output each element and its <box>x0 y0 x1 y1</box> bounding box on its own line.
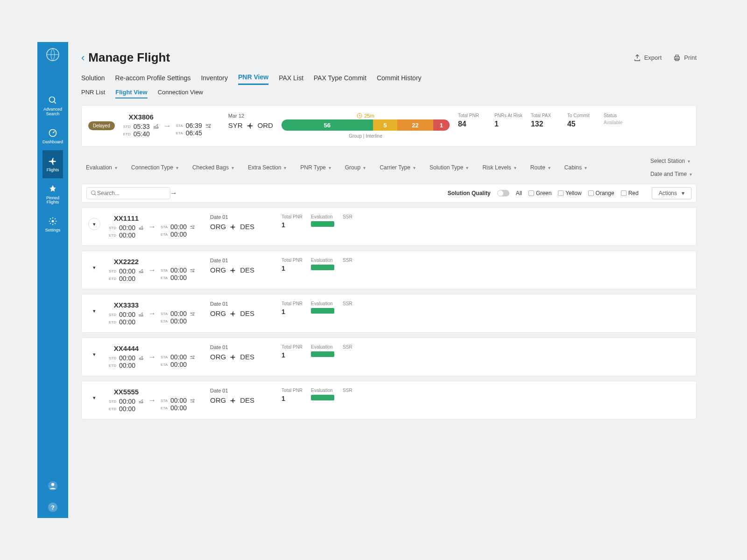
arrow-icon: → <box>148 266 156 274</box>
sidebar-item-dashboard[interactable]: Dashboard <box>42 122 63 150</box>
expand-button[interactable]: ▾ <box>88 392 100 404</box>
subtab-flight-view[interactable]: Flight View <box>115 89 147 98</box>
sidebar-item-search[interactable]: AdvancedSearch <box>42 90 63 122</box>
filter-connection-type[interactable]: Connection Type▾ <box>128 156 181 179</box>
departure-icon <box>138 355 144 361</box>
tab-pnr-view[interactable]: PNR View <box>238 73 268 85</box>
chevron-down-icon: ▾ <box>115 165 117 170</box>
row-flight-number: XX3333 <box>109 301 144 309</box>
tab-pax-list[interactable]: PAX List <box>279 74 303 84</box>
delay-badge: 25m <box>357 113 374 119</box>
filter-checked-bags[interactable]: Checked Bags▾ <box>190 156 237 179</box>
user-icon[interactable] <box>47 480 59 492</box>
arrow-icon: → <box>148 223 156 231</box>
export-icon <box>633 54 641 62</box>
page-title: Manage Flight <box>88 50 170 65</box>
gear-icon <box>48 216 58 226</box>
arrow-icon: → <box>148 396 156 405</box>
print-button[interactable]: Print <box>673 54 697 62</box>
row-flight-number: XX5555 <box>109 388 144 396</box>
sidebar: AdvancedSearchDashboardFlightsPinnedFlig… <box>37 42 68 518</box>
departure-icon <box>138 225 144 231</box>
plane-icon <box>230 267 236 273</box>
sidebar-item-gear[interactable]: Settings <box>42 210 63 238</box>
filter-cabins[interactable]: Cabins▾ <box>562 156 590 179</box>
row-total-pnr: 1 <box>282 395 303 402</box>
row-flight-number: XX2222 <box>109 258 144 266</box>
row-flight-number: XX4444 <box>109 344 144 352</box>
chevron-down-icon: ▾ <box>585 165 587 170</box>
row-total-pnr: 1 <box>282 308 303 315</box>
subtab-connection-view[interactable]: Connection View <box>158 89 203 98</box>
filter-route[interactable]: Route▾ <box>528 156 553 179</box>
flight-row: ▾ XX5555 STD00:00 ETD00:00 → STA00:00 ET… <box>81 381 697 420</box>
tab-inventory[interactable]: Inventory <box>201 74 228 84</box>
total-pax: 132 <box>531 120 543 128</box>
flight-status: Available <box>604 120 622 125</box>
tab-commit-history[interactable]: Commit History <box>377 74 422 84</box>
departure-icon <box>153 123 159 130</box>
flight-row: ▾ XX3333 STD00:00 ETD00:00 → STA00:00 ET… <box>81 294 697 333</box>
sidebar-item-plane[interactable]: Flights <box>42 150 63 178</box>
status-badge: Delayed <box>88 121 115 130</box>
filter-pnr-type[interactable]: PNR Type▾ <box>297 156 333 179</box>
filter-group[interactable]: Group▾ <box>342 156 368 179</box>
flight-row: ▾ XX2222 STD00:00 ETD00:00 → STA00:00 ET… <box>81 251 697 289</box>
quality-checkbox-yellow[interactable]: Yellow <box>558 190 581 196</box>
chevron-down-icon: ▾ <box>176 165 178 170</box>
evaluation-bar <box>311 351 334 357</box>
tab-re-accom-profile-settings[interactable]: Re-accom Profile Settings <box>115 74 191 84</box>
arrow-icon: → <box>148 353 156 361</box>
filter-risk-levels[interactable]: Risk Levels▾ <box>479 156 519 179</box>
subtabs: PNR ListFlight ViewConnection View <box>81 89 697 98</box>
tab-pax-type-commit[interactable]: PAX Type Commit <box>314 74 366 84</box>
sidebar-item-pin[interactable]: PinnedFlights <box>42 178 63 211</box>
svg-rect-9 <box>676 55 678 57</box>
chevron-down-icon: ▾ <box>682 190 684 196</box>
subtab-pnr-list[interactable]: PNR List <box>81 89 105 98</box>
filter-solution-type[interactable]: Solution Type▾ <box>427 156 472 179</box>
filter-extra-section[interactable]: Extra Section▾ <box>245 156 289 179</box>
expand-button[interactable]: ▾ <box>88 218 100 230</box>
quality-checkbox-green[interactable]: Green <box>529 190 551 196</box>
plane-icon <box>230 310 236 317</box>
expand-button[interactable]: ▾ <box>88 261 100 273</box>
row-total-pnr: 1 <box>282 221 303 229</box>
expand-button[interactable]: ▾ <box>88 348 100 360</box>
filter-carrier-type[interactable]: Carrier Type▾ <box>377 156 418 179</box>
filter-select-station[interactable]: Select Station▾ <box>648 156 695 166</box>
back-button[interactable]: ‹ <box>81 52 85 64</box>
app-logo <box>46 48 60 62</box>
search-go-button[interactable]: → <box>170 189 177 197</box>
flight-number: XX3806 <box>123 113 159 121</box>
search-input-wrap[interactable]: → <box>86 187 170 199</box>
export-button[interactable]: Export <box>633 54 662 62</box>
quality-checkbox-orange[interactable]: Orange <box>588 190 614 196</box>
export-label: Export <box>644 54 662 61</box>
chevron-down-icon: ▾ <box>329 165 331 170</box>
print-icon <box>673 54 681 62</box>
search-input[interactable] <box>97 190 167 196</box>
arrival-icon <box>190 354 195 360</box>
quality-toggle[interactable] <box>497 190 509 196</box>
filter-date-and-time[interactable]: Date and Time▾ <box>648 169 695 179</box>
svg-point-5 <box>51 483 54 486</box>
chevron-down-icon: ▾ <box>284 165 286 170</box>
flight-row: ▾ XX4444 STD00:00 ETD00:00 → STA00:00 ET… <box>81 337 697 376</box>
tab-solution[interactable]: Solution <box>81 74 105 84</box>
quality-all: All <box>516 190 522 196</box>
plane-icon <box>48 156 58 166</box>
search-quality-bar: → Solution Quality All GreenYellowOrange… <box>81 184 697 203</box>
expand-button[interactable]: ▾ <box>88 305 100 317</box>
chevron-down-icon: ▾ <box>363 165 366 170</box>
filter-evaluation[interactable]: Evaluation▾ <box>83 156 120 179</box>
help-icon[interactable]: ? <box>47 501 59 513</box>
quality-checkbox-red[interactable]: Red <box>621 190 639 196</box>
svg-text:?: ? <box>51 504 55 511</box>
arrival-icon <box>190 398 195 403</box>
route-block: Mar 12 SYR ORD <box>228 113 273 139</box>
departure-icon <box>138 268 144 274</box>
chevron-down-icon: ▾ <box>548 165 550 170</box>
actions-dropdown[interactable]: Actions ▾ <box>652 187 691 199</box>
pnr-distribution-bar: 56 5 22 1 <box>282 119 450 131</box>
